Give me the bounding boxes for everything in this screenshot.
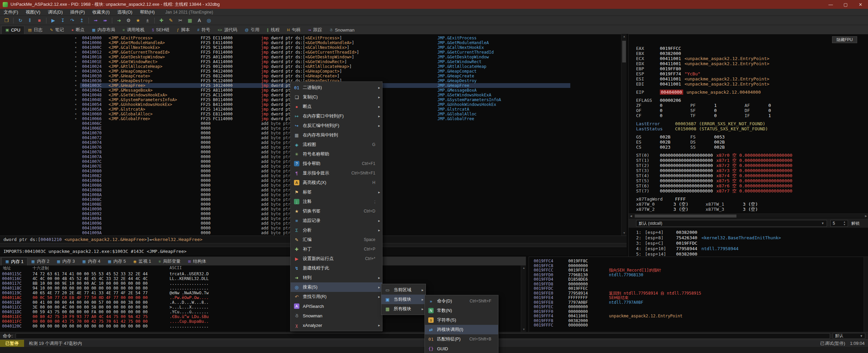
bottom-tab-监视 1[interactable]: ◉监视 1 xyxy=(130,257,155,265)
context-menu-item[interactable]: Σ分析▸ xyxy=(291,225,382,235)
restart-button[interactable]: ↻ xyxy=(16,17,25,24)
context-menu-item[interactable]: χxAnalyzer▸ xyxy=(291,320,382,330)
context-menu-item[interactable]: ◈流程图G xyxy=(291,140,382,149)
disasm-row[interactable]: 0041008A0000add byte ptr ds:[eax],al xyxy=(0,192,570,197)
tab-CPU[interactable]: ▣CPU xyxy=(1,26,24,34)
disasm-row[interactable]: 0041007A0000add byte ptr ds:[eax],al xyxy=(0,154,570,159)
register-row[interactable]: ST(0)00000000000000000000x87r0 空 0.00000… xyxy=(636,153,861,158)
scroll-down-icon[interactable]: ▼ xyxy=(622,230,627,236)
register-row[interactable]: ST(2)00000000000000000000x87r2 空 0.00000… xyxy=(636,163,861,168)
disasm-row[interactable]: ●00410030<JMP.&HeapCreate>FF25 08124000j… xyxy=(0,74,570,78)
register-row[interactable]: ST(5)00000000000000000000x87r5 空 0.00000… xyxy=(636,178,861,183)
disasm-scrollbar[interactable]: ▲ ▼ xyxy=(621,34,627,236)
register-row[interactable]: LastStatusC0150008 (STATUS_SXS_KEY_NOT_F… xyxy=(636,126,861,131)
disasm-row[interactable]: ●0041003C<JMP.&HeapFree>FF25 10124000jmp… xyxy=(0,83,570,88)
disasm-row[interactable]: 004100940000add byte ptr ds:[eax],al xyxy=(0,216,570,221)
scope-submenu-item[interactable]: 01匹配特征(P)Ctrl+Shift+B xyxy=(425,334,498,344)
context-menu-item[interactable]: A高亮模式(X)H xyxy=(291,178,382,187)
stop-button[interactable]: ■ xyxy=(35,17,44,24)
disasm-row[interactable]: ●0041001E<JMP.&GetWindowRect>FF25 A41140… xyxy=(0,59,570,64)
register-row[interactable]: LastError000036B7 (ERROR_SXS_KEY_NOT_FOU… xyxy=(636,121,861,126)
bottom-tab-结构体[interactable]: ⊞结构体 xyxy=(184,257,210,265)
register-row[interactable]: ESI00411001<unpackme_aspack2.12.EntryPoi… xyxy=(636,76,861,81)
context-menu-item[interactable]: ▶设置新的运行点Ctrl+* xyxy=(291,254,382,263)
disasm-row[interactable]: 0041006E0000add byte ptr ds:[eax],al xyxy=(0,126,570,131)
registers-hscrollbar[interactable]: ◀ ▶ xyxy=(629,213,868,218)
register-row[interactable]: ST(1)00000000000000000000x87r1 空 0.00000… xyxy=(636,158,861,163)
disasm-row[interactable]: ●00410066<JMP.&GlobalFree>FF25 FC114000j… xyxy=(0,116,570,121)
stack-row[interactable]: 0019FFF000000000 xyxy=(529,310,861,314)
scroll-up-icon[interactable]: ▲ xyxy=(521,265,527,271)
search-submenu-item[interactable]: ▣当前模块▸ xyxy=(381,295,426,304)
register-row[interactable]: ECX00411001<unpackme_aspack2.12.EntryPoi… xyxy=(636,56,861,61)
context-menu-item[interactable]: 01二进制(B)▸ xyxy=(291,83,382,92)
scroll-left-icon[interactable]: ◀ xyxy=(629,214,633,218)
stack-row[interactable]: 0019FFCC0019FFE4指向SEH_Record[1]的指针 xyxy=(529,268,861,273)
dump-row[interactable]: 0040116C4C 4C 00 00 4B 45 52 4E 45 4C 33… xyxy=(0,276,519,281)
scissors-button[interactable]: ✂ xyxy=(176,17,185,24)
context-menu-item[interactable]: ❏复制(C)▸ xyxy=(291,92,382,102)
register-row[interactable]: EFLAGS00000206 xyxy=(636,98,861,103)
step-into-button[interactable]: ↧ xyxy=(58,17,67,24)
dump-row[interactable]: 0040118C94 10 00 00 00 00 00 00 00 00 00… xyxy=(0,286,519,291)
bottom-tab-内存 5[interactable]: ▦内存 5 xyxy=(104,257,130,265)
stack-row[interactable]: 0019FFC800000000 xyxy=(529,264,861,268)
register-row[interactable]: x87TW_03 (空)x87TW_13 (空) xyxy=(636,202,861,207)
disasm-row[interactable]: 0041008C0000add byte ptr ds:[eax],al xyxy=(0,197,570,202)
register-row[interactable]: EAX0019FFCC xyxy=(636,46,861,51)
disasm-row[interactable]: 004100960000add byte ptr ds:[eax],al xyxy=(0,221,570,226)
tab-脚本[interactable]: ƒ脚本 xyxy=(173,26,194,34)
context-menu-item[interactable]: ✚补丁Ctrl+P xyxy=(291,244,382,254)
context-menu-item[interactable]: ?指令帮助Ctrl+F1 xyxy=(291,159,382,168)
menubar-item[interactable]: 视图(V) xyxy=(22,9,44,16)
scroll-thumb[interactable] xyxy=(635,215,736,218)
stack-row[interactable]: 0019FFF400411001unpackme_aspack2.12.Entr… xyxy=(529,314,861,319)
trace-into-button[interactable]: ➟ xyxy=(91,17,100,24)
stack-row[interactable]: 0019FFE4FFFFFFFFSEH链结束 xyxy=(529,296,861,300)
tab-符号[interactable]: #符号 xyxy=(194,26,214,34)
tab-线程[interactable]: ∥线程 xyxy=(263,26,283,34)
context-menu-item[interactable]: ✳符号名称帮助 xyxy=(291,149,382,159)
scroll-up-icon[interactable]: ▲ xyxy=(622,34,627,39)
disasm-row[interactable]: 004100700000add byte ptr ds:[eax],al xyxy=(0,131,570,135)
command-profile-select[interactable]: 默认 ▼ xyxy=(833,333,865,339)
stack-row[interactable]: 0019FFE87797A0BFntdll.7797A0BF xyxy=(529,300,861,305)
disasm-row[interactable]: 0041007C0000add byte ptr ds:[eax],al xyxy=(0,159,570,164)
disasm-row[interactable]: ●00410048<JMP.&SetWindowsHookExA>FF25 AC… xyxy=(0,93,570,97)
disasm-row[interactable]: ●0041000C<JMP.&CallNextHookEx>FF25 9C114… xyxy=(0,45,570,50)
registers-pane[interactable]: 隐藏FPU EAX0019FFCCEBX00382000ECX00411001<… xyxy=(628,34,868,257)
disasm-row[interactable]: 0041008E0000add byte ptr ds:[eax],al xyxy=(0,202,570,207)
stack-pane[interactable]: 0019FFC40019FF8C0019FFC8000000000019FFCC… xyxy=(529,257,868,332)
search-submenu-item[interactable]: ▭当前区域▸ xyxy=(381,285,426,295)
bottom-tab-内存 4[interactable]: ▦内存 4 xyxy=(79,257,104,265)
context-menu-item[interactable]: ¶显示指令提示Ctrl+Shift+F1 xyxy=(291,168,382,178)
disasm-row[interactable]: 0041009A0000add byte ptr ds:[eax],al xyxy=(0,230,570,235)
register-row[interactable]: CF0TF0IF1 xyxy=(636,113,861,118)
register-row[interactable]: ES002BDS002B xyxy=(636,140,861,145)
context-menu-item[interactable]: ↶查找引用(R)▸ xyxy=(291,292,382,301)
disasm-row[interactable]: 004100720000add byte ptr ds:[eax],al xyxy=(0,135,570,140)
disasm-row[interactable]: ●00410024<JMP.&RtlAllocateHeap>FF25 0012… xyxy=(0,64,570,69)
context-menu-item[interactable]: ➜转到▸ xyxy=(291,273,382,282)
stack-row[interactable]: 0019FFDC0019FFEC xyxy=(529,286,861,291)
disasm-row[interactable]: 0041007E0000add byte ptr ds:[eax],al xyxy=(0,164,570,169)
context-menu-item[interactable]: ●断点▸ xyxy=(291,102,382,111)
scope-submenu-item[interactable]: {}GUID xyxy=(425,344,498,353)
bottom-tab-局部变量[interactable]: ≡局部变量 xyxy=(155,257,184,265)
disasm-row[interactable]: ●00410054<JMP.&UnhookWindowsHookEx>FF25 … xyxy=(0,102,570,107)
register-row[interactable]: EBX00382000 xyxy=(636,51,861,56)
dump-row[interactable]: 0040115C74 72 63 61 74 41 00 00 55 53 45… xyxy=(0,272,519,276)
trace-over-button[interactable]: ➠ xyxy=(101,17,110,24)
font-button[interactable]: A xyxy=(195,17,204,24)
menubar-item[interactable]: 收藏夹(I) xyxy=(88,9,113,16)
stack-row[interactable]: 0019FFD07796B130ntdll.7796B130 xyxy=(529,273,861,278)
patch-button[interactable]: ✚ xyxy=(157,17,166,24)
disasm-row[interactable]: 004100880000add byte ptr ds:[eax],al xyxy=(0,188,570,192)
disasm-row[interactable]: ●0041004E<JMP.&SystemParametersInfoA>FF2… xyxy=(0,97,570,102)
scope-submenu-item[interactable]: N常数(N) xyxy=(425,306,498,315)
register-row[interactable]: GS002BFS0053 xyxy=(636,134,861,140)
execute-till-return-button[interactable]: ↥ xyxy=(77,17,86,24)
tab-笔记[interactable]: ✎笔记 xyxy=(46,26,67,34)
arg-depth-spinner[interactable]: 5 ▲▼ xyxy=(830,220,848,227)
context-menu-item[interactable]: AAPISearch xyxy=(291,301,382,311)
